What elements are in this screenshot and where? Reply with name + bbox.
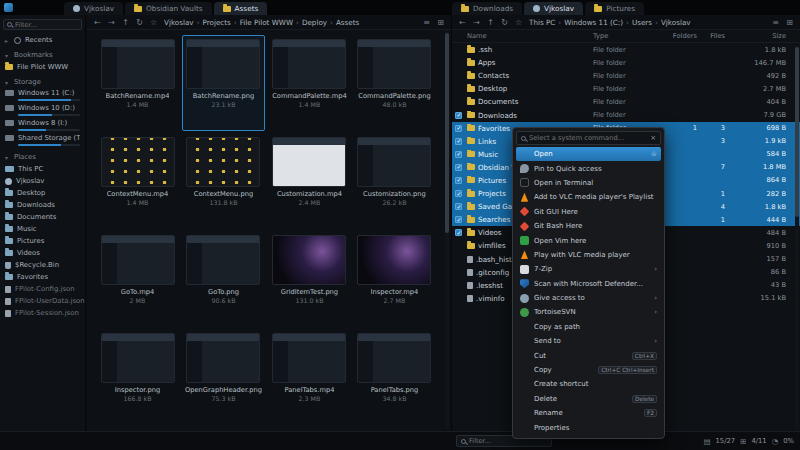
sidebar-drive-item[interactable]: Windows 10 (D:) [0,103,85,118]
scrollbar-thumb[interactable] [795,47,799,217]
context-menu-item[interactable]: Add to VLC media player's Playlist ☆ › [516,190,661,204]
column-size[interactable]: Size [731,32,792,40]
row-checkbox[interactable] [455,177,462,184]
sidebar-drive-item[interactable]: Windows 11 (C:) [0,88,85,103]
file-grid-item[interactable]: OpenGraphHeader.png 75.3 kB [182,329,265,425]
context-menu-item[interactable]: 7-Zip ☆ › [516,262,661,276]
sidebar-item[interactable]: Documents [0,211,85,223]
column-files[interactable]: Files [703,32,731,40]
row-checkbox[interactable] [455,164,462,171]
breadcrumb-segment[interactable]: Deploy› [302,18,336,27]
sort-button[interactable]: ≡ [770,18,781,27]
breadcrumb-segment[interactable]: Windows 11 (C:)› [564,18,632,27]
breadcrumb-segment[interactable]: Vjkoslav› [661,18,691,27]
breadcrumb-segment[interactable]: Users› [632,18,661,27]
row-checkbox[interactable] [455,190,462,197]
sidebar-item[interactable]: Music [0,223,85,235]
breadcrumb-segment[interactable]: Vjkoslav› [164,18,203,27]
table-row[interactable]: Desktop File folder 2.7 MB [452,82,800,95]
table-row[interactable]: .ssh File folder 1.8 kB [452,43,800,56]
command-search[interactable]: × [516,131,661,145]
sidebar-filter-input[interactable] [15,21,78,29]
sidebar-item[interactable]: Videos [0,247,85,259]
tab[interactable]: Pictures [585,2,644,15]
sidebar-drive-item[interactable]: Shared Storage (T:) [0,133,85,148]
context-menu-item[interactable]: Scan with Microsoft Defender... ☆ › [516,277,661,291]
row-checkbox[interactable] [455,138,462,145]
context-menu-item[interactable]: Copy as path ☆ › [516,320,661,334]
sidebar-filter[interactable] [3,19,82,30]
context-menu-item[interactable]: Open ☆ › [516,147,661,161]
sidebar-item[interactable]: File Pilot WWW [0,61,85,73]
forward-button[interactable]: → [106,18,117,27]
context-menu-item[interactable]: Git Bash Here ☆ › [516,219,661,233]
file-grid-item[interactable]: PanelTabs.png 34.8 kB [354,329,435,425]
back-button[interactable]: ← [92,18,103,27]
file-grid-item[interactable]: CommandPalette.mp4 1.4 MB [269,35,350,131]
sidebar-item[interactable]: Downloads [0,199,85,211]
row-checkbox[interactable] [455,203,462,210]
context-menu-item[interactable]: Cut Ctrl+X ☆ › [516,348,661,362]
row-checkbox[interactable] [455,216,462,223]
command-search-input[interactable] [529,134,647,142]
table-row[interactable]: Downloads File folder 7.9 GB [452,108,800,121]
sidebar-section-bookmarks[interactable]: ▾ Bookmarks [0,49,85,61]
column-type[interactable]: Type [593,32,667,40]
breadcrumb-segment[interactable]: File Pilot WWW› [240,18,302,27]
context-menu-item[interactable]: Open in Terminal ☆ › [516,176,661,190]
file-grid-item[interactable]: GoTo.mp4 2 MB [97,231,178,327]
file-grid-item[interactable]: PanelTabs.mp4 2.3 MB [269,329,350,425]
tab[interactable]: Downloads [452,2,522,15]
context-menu-item[interactable]: Delete Delete ☆ › [516,392,661,406]
scrollbar-thumb[interactable] [445,33,449,233]
view-button[interactable]: ⊞ [435,18,446,27]
favorite-star-icon[interactable]: ☆ [651,150,657,158]
sidebar-item[interactable]: Favorites [0,271,85,283]
view-button[interactable]: ⊞ [784,18,795,27]
context-menu-item[interactable]: Rename F2 ☆ › [516,406,661,420]
row-checkbox[interactable] [455,125,462,132]
row-checkbox[interactable] [455,112,462,119]
table-row[interactable]: Contacts File folder 492 B [452,69,800,82]
context-menu-item[interactable]: Copy Ctrl+C Ctrl+Insert ☆ › [516,363,661,377]
file-grid-item[interactable]: Customization.mp4 2.4 MB [269,133,350,229]
file-grid-item[interactable]: BatchRename.mp4 1.4 MB [97,35,178,131]
context-menu-item[interactable]: Send to ☆ › [516,334,661,348]
context-menu-item[interactable]: TortoiseSVN ☆ › [516,305,661,319]
up-button[interactable]: ↑ [120,18,131,27]
up-button[interactable]: ↑ [485,18,496,27]
table-row[interactable]: Apps File folder 146.7 MB [452,56,800,69]
file-grid-item[interactable]: ContextMenu.mp4 1.4 MB [97,133,178,229]
sidebar-item-recents[interactable]: ▸ Recents [0,34,85,46]
tab[interactable]: Vjkoslav [64,2,123,15]
context-menu-item[interactable]: Pin to Quick access ☆ › [516,161,661,175]
sidebar-drive-item[interactable]: Windows 8 (I:) [0,118,85,133]
file-grid-item[interactable]: Inspector.png 166.8 kB [97,329,178,425]
row-checkbox[interactable] [455,151,462,158]
file-grid-item[interactable]: Customization.png 26.2 kB [354,133,435,229]
breadcrumb-segment[interactable]: Projects› [203,18,240,27]
context-menu-item[interactable]: Git GUI Here ☆ › [516,205,661,219]
scrollbar[interactable] [795,45,799,429]
scrollbar[interactable] [445,31,449,429]
context-menu-item[interactable]: Create shortcut ☆ › [516,377,661,391]
context-menu-item[interactable]: Open Vim here ☆ › [516,233,661,247]
file-grid-item[interactable]: GridItemTest.png 131.0 kB [269,231,350,327]
sidebar-item[interactable]: FPilot-Config.json [0,283,85,295]
sidebar-section-storage[interactable]: ▾ Storage [0,76,85,88]
refresh-button[interactable]: ↻ [499,18,510,27]
sidebar-item[interactable]: $Recycle.Bin [0,259,85,271]
sidebar-item[interactable]: FPilot-Session.json [0,307,85,319]
tab[interactable]: Obsidian Vaults [125,2,212,15]
sidebar-item[interactable]: This PC [0,163,85,175]
column-folders[interactable]: Folders [667,32,703,40]
sort-button[interactable]: ≡ [421,18,432,27]
breadcrumb-segment[interactable]: Assets› [336,18,359,27]
bookmark-icon[interactable]: ☆ [513,18,524,27]
breadcrumb-segment[interactable]: This PC› [529,18,564,27]
file-grid-item[interactable]: BatchRename.png 23.1 kB [182,35,265,131]
forward-button[interactable]: → [471,18,482,27]
sidebar-item[interactable]: Desktop [0,187,85,199]
file-grid-item[interactable]: ContextMenu.png 131.8 kB [182,133,265,229]
context-menu-item[interactable]: Properties ☆ › [516,420,661,434]
